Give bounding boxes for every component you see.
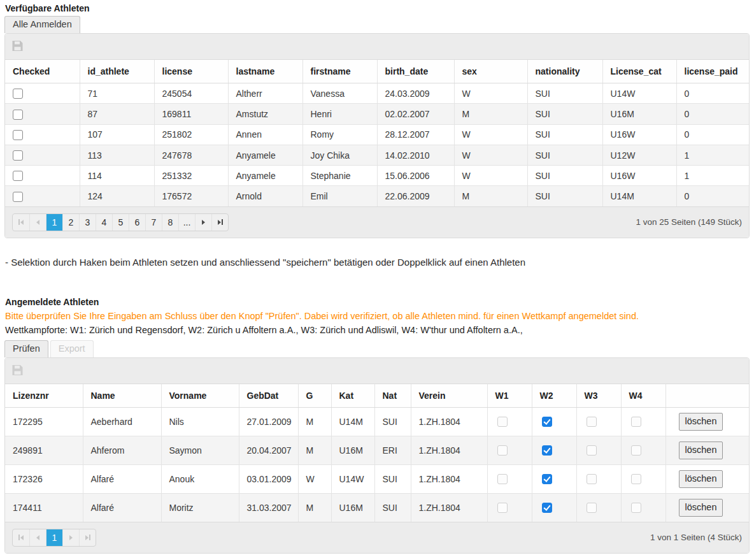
registered-last-page-button — [79, 529, 96, 546]
available-button-row: Alle Anmelden — [4, 16, 750, 33]
registered-page-button[interactable]: 1 — [46, 529, 62, 546]
w3-cell — [576, 493, 621, 522]
cell: Nils — [161, 407, 239, 436]
save-icon — [12, 365, 23, 375]
available-last-page-button[interactable] — [211, 214, 228, 231]
available-page-button[interactable]: 8 — [162, 214, 178, 231]
available-next-page-button[interactable] — [195, 214, 211, 231]
table-row[interactable]: 172326AlfaréAnouk03.01.2009WU14WSUI1.ZH.… — [5, 464, 749, 493]
available-table: Checkedid_athletelicenselastnamefirstnam… — [5, 60, 749, 206]
table-row[interactable]: 124176572ArnoldEmil22.06.2009MSUIU14M0 — [5, 186, 749, 206]
w4-cell — [621, 407, 665, 436]
registered-grid: LizenznrNameVornameGebDatGKatNatVereinW1… — [4, 357, 750, 554]
available-pager-status: 1 von 25 Seiten (149 Stück) — [636, 217, 742, 227]
w1-checkbox[interactable] — [497, 417, 508, 427]
cell: Henri — [302, 104, 377, 124]
cell: U14W — [331, 464, 374, 493]
w1-cell — [487, 493, 532, 522]
registered-grid-toolbar — [5, 358, 749, 384]
w3-checkbox[interactable] — [587, 503, 597, 513]
column-header: GebDat — [239, 384, 298, 408]
w3-checkbox[interactable] — [587, 445, 597, 456]
available-page-button[interactable]: 7 — [145, 214, 162, 231]
w3-checkbox[interactable] — [587, 474, 597, 484]
delete-button[interactable]: löschen — [679, 413, 723, 431]
next-icon — [69, 535, 73, 540]
cell: W — [454, 145, 527, 165]
cell: 87 — [80, 104, 154, 124]
select-athlete-checkbox[interactable] — [13, 192, 23, 202]
available-first-page-button — [13, 214, 29, 231]
cell: M — [454, 186, 527, 206]
w3-cell — [576, 407, 621, 436]
prev-icon — [36, 220, 39, 225]
w3-checkbox[interactable] — [587, 417, 597, 427]
available-header-row: Checkedid_athletelicenselastnamefirstnam… — [5, 60, 749, 83]
table-row[interactable]: 249891AhferomSaymon20.04.2007MU16MERI1.Z… — [5, 436, 749, 464]
w4-checkbox[interactable] — [631, 474, 641, 484]
w2-checkbox[interactable] — [542, 474, 552, 484]
available-page-button[interactable]: 6 — [129, 214, 145, 231]
table-row[interactable]: 113247678AnyameleJoy Chika14.02.2010WSUI… — [5, 145, 749, 165]
w1-checkbox[interactable] — [497, 445, 508, 456]
action-cell: löschen — [665, 464, 749, 493]
table-row[interactable]: 87169811AmstutzHenri02.02.2007MSUIU16M0 — [5, 104, 749, 124]
available-page-button[interactable]: 2 — [62, 214, 79, 231]
check-button[interactable]: Prüfen — [4, 340, 48, 357]
available-more-pages-button[interactable]: ... — [178, 214, 195, 231]
delete-button[interactable]: löschen — [679, 442, 723, 459]
w2-cell — [532, 493, 576, 522]
cell: Anouk — [161, 464, 239, 493]
delete-button[interactable]: löschen — [679, 499, 723, 517]
w2-checkbox[interactable] — [542, 445, 552, 456]
table-row[interactable]: 107251802AnnenRomy28.12.2007WSUIU16W0 — [5, 124, 749, 145]
cell: 28.12.2007 — [377, 124, 454, 145]
w1-checkbox[interactable] — [497, 503, 508, 513]
select-athlete-checkbox[interactable] — [13, 171, 23, 181]
select-athlete-checkbox[interactable] — [13, 110, 23, 120]
cell: 172326 — [5, 464, 83, 493]
selection-hint-text: - Selektion durch Haken beim Athleten se… — [5, 257, 750, 268]
w2-checkbox[interactable] — [542, 503, 552, 513]
cell: 124 — [80, 186, 154, 206]
registered-next-page-button — [62, 529, 79, 546]
select-athlete-checkbox[interactable] — [13, 89, 23, 99]
save-icon[interactable] — [12, 41, 23, 51]
cell: 71 — [80, 83, 154, 104]
available-page-button[interactable]: 4 — [96, 214, 112, 231]
w1-checkbox[interactable] — [497, 474, 508, 484]
select-athlete-checkbox[interactable] — [13, 150, 23, 161]
cell: 1.ZH.1804 — [411, 493, 487, 522]
w2-checkbox[interactable] — [542, 417, 552, 427]
cell: SUI — [527, 166, 602, 186]
w4-checkbox[interactable] — [631, 503, 641, 513]
cell: Joy Chika — [302, 145, 377, 165]
column-header: W4 — [621, 384, 665, 408]
cell: U16M — [331, 493, 374, 522]
available-page-button[interactable]: 5 — [112, 214, 129, 231]
cell: U16W — [602, 166, 676, 186]
table-row[interactable]: 172295AeberhardNils27.01.2009MU14MSUI1.Z… — [5, 407, 749, 436]
available-grid-toolbar — [5, 34, 749, 60]
registered-pager-status: 1 von 1 Seiten (4 Stück) — [650, 533, 742, 542]
w4-checkbox[interactable] — [631, 445, 641, 456]
register-all-button[interactable]: Alle Anmelden — [4, 16, 80, 33]
cell: 251802 — [154, 124, 228, 145]
available-page-button[interactable]: 3 — [79, 214, 96, 231]
table-row[interactable]: 174411AlfaréMoritz31.03.2007MU16MSUI1.ZH… — [5, 493, 749, 522]
cell: 02.02.2007 — [377, 104, 454, 124]
column-header: Checked — [5, 60, 80, 83]
table-row[interactable]: 114251332AnyameleStephanie15.06.2006WSUI… — [5, 166, 749, 186]
w1-cell — [487, 407, 532, 436]
available-page-button[interactable]: 1 — [46, 214, 62, 231]
w4-cell — [621, 464, 665, 493]
cell: Annen — [228, 124, 302, 145]
action-cell: löschen — [665, 493, 749, 522]
w4-checkbox[interactable] — [631, 417, 641, 427]
delete-button[interactable]: löschen — [679, 470, 723, 488]
cell: 0 — [676, 186, 749, 206]
export-button: Export — [50, 340, 94, 357]
table-row[interactable]: 71245054AltherrVanessa24.03.2009WSUIU14W… — [5, 83, 749, 104]
cell: U14M — [331, 407, 374, 436]
select-athlete-checkbox[interactable] — [13, 130, 23, 140]
